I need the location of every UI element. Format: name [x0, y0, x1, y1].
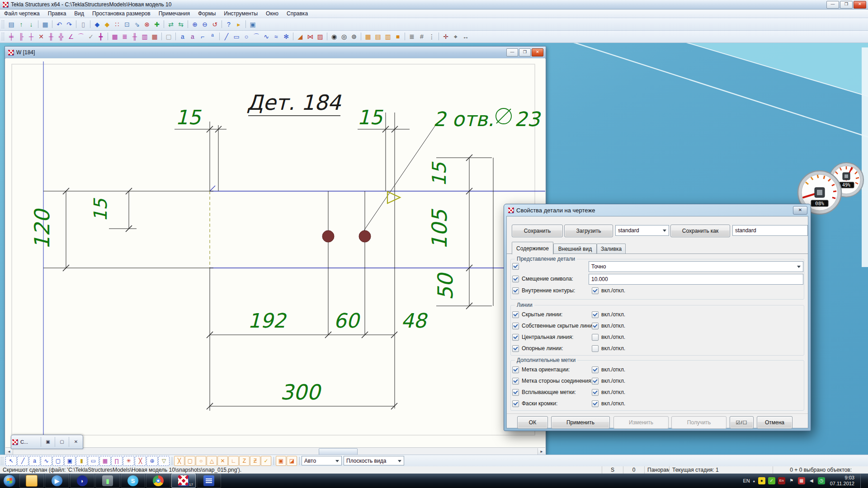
popup-marks-onoff-checkbox[interactable] [592, 389, 599, 396]
note-free-icon[interactable]: ª [208, 32, 217, 41]
draw-polyline-icon[interactable]: ∿ [261, 32, 271, 41]
pan-icon[interactable]: ⇘ [132, 19, 142, 29]
select-weld-icon[interactable]: ✳ [123, 456, 134, 466]
bolt-hole[interactable] [359, 230, 371, 242]
drawing-window-titlebar[interactable]: W [184] — ❐ ✕ [5, 47, 546, 59]
miniwin-close-button[interactable]: ✕ [69, 437, 83, 447]
orientation-mark-checkbox[interactable] [512, 366, 519, 373]
zoom-in-icon[interactable]: ⊕ [190, 19, 200, 29]
connection-side-mark-onoff-checkbox[interactable] [592, 378, 599, 385]
select-cursor-icon[interactable]: ↖ [5, 456, 17, 466]
drawing-close-button[interactable]: ✕ [532, 48, 543, 56]
open-model-icon[interactable]: ↑ [16, 19, 26, 29]
redo-icon[interactable]: ↷ [64, 19, 74, 29]
profile-combo[interactable]: standard [615, 225, 669, 236]
symbol-offset-checkbox[interactable] [512, 276, 519, 282]
hidden-lines-onoff-checkbox[interactable] [592, 311, 599, 318]
dim-chain-icon[interactable]: ╫ [46, 32, 56, 41]
fit-work-area-icon[interactable]: ⊡ [122, 19, 132, 29]
menu-shapes[interactable]: Формы [194, 10, 220, 17]
menu-annotations[interactable]: Примечания [155, 10, 194, 17]
select-line-icon[interactable]: ╱ [17, 456, 28, 466]
miniwin-restore-button[interactable]: ▣ [41, 437, 55, 447]
part-properties-icon[interactable]: ◆ [102, 19, 112, 29]
anchor-cross-icon[interactable]: ✛ [441, 32, 451, 41]
grid-dim-4-icon[interactable]: ▥ [140, 32, 150, 41]
drawing-hscrollbar[interactable]: ◄ ► [5, 447, 545, 455]
start-button[interactable] [0, 474, 19, 488]
undo-icon[interactable]: ↶ [54, 19, 64, 29]
bolt-hole[interactable] [322, 230, 334, 242]
select-filter-icon[interactable]: ▽ [158, 456, 170, 466]
load-button[interactable]: Загрузить [564, 225, 613, 237]
show-desktop-button[interactable] [860, 474, 866, 488]
create-view-icon[interactable]: ✚ [152, 19, 162, 29]
draw-cloud-icon[interactable]: ≈ [271, 32, 281, 41]
snap-intersection-icon[interactable]: ✕ [217, 456, 228, 466]
snap-endpoint-icon[interactable]: ▢ [185, 456, 195, 466]
dim-angle-icon[interactable]: ∠ [66, 32, 76, 41]
scheduler-icon[interactable]: ▦ [798, 477, 805, 484]
origin-icon[interactable]: ⊗ [142, 19, 152, 29]
zoom-out-icon[interactable]: ⊖ [200, 19, 210, 29]
note-leader-icon[interactable]: ⌐ [198, 32, 208, 41]
crosshair-icon[interactable]: ⌖ [451, 32, 461, 42]
miniwin-maximize-button[interactable]: ▢ [55, 437, 69, 447]
ortho-mode-icon[interactable]: ▣ [276, 456, 286, 466]
toolbar-grip[interactable] [1, 457, 3, 465]
hidden-lines-checkbox[interactable] [512, 311, 519, 318]
bat-utility-icon[interactable]: ● [758, 477, 765, 484]
snap-nearest-icon[interactable]: Ƶ [250, 456, 260, 466]
select-switch-icon[interactable]: ◆ [92, 19, 102, 29]
dim-horizontal-icon[interactable]: ╪ [6, 32, 16, 41]
menu-file[interactable]: Файл чертежа [0, 10, 44, 17]
maximize-button[interactable]: ❐ [840, 1, 853, 9]
draw-rect-icon[interactable]: ▭ [231, 32, 241, 41]
dim-delete-icon[interactable]: ✕ [36, 32, 46, 41]
fetch-icon[interactable]: ⇄ [166, 19, 176, 29]
select-area-icon[interactable]: ▢ [52, 456, 64, 466]
edge-chamfers-onoff-checkbox[interactable] [592, 400, 599, 407]
select-frame-icon[interactable]: ▭ [88, 456, 99, 466]
rail-3-icon[interactable]: ⋮ [427, 32, 437, 41]
select-text-icon[interactable]: a [29, 456, 40, 466]
snap-points-icon[interactable]: ╳ [174, 456, 184, 466]
drawing-canvas[interactable]: Дет. 184 15 15 2 отв. 23 120 15 15 105 5… [5, 58, 545, 447]
dim-arc-icon[interactable]: ⌒ [76, 32, 86, 42]
own-hidden-lines-onoff-checkbox[interactable] [592, 323, 599, 329]
drawing-restore-button[interactable]: ❐ [519, 48, 531, 56]
draw-line-icon[interactable]: ╱ [222, 32, 231, 41]
dim-check-icon[interactable]: ✓ [86, 32, 96, 41]
action-center-flag-icon[interactable]: ⚑ [788, 477, 795, 484]
menu-dimensioning[interactable]: Простановка размеров [88, 10, 155, 17]
reference-lines-checkbox[interactable] [512, 345, 519, 352]
volume-icon[interactable]: ◀ [808, 477, 815, 484]
toolbar-grip[interactable] [2, 20, 4, 28]
taskbar-clock[interactable]: 9:03 07.11.2012 [830, 475, 854, 487]
draw-circle-icon[interactable]: ○ [241, 32, 251, 41]
antivirus-ok-icon[interactable]: ✓ [768, 477, 775, 484]
table-add-icon[interactable]: ▤ [373, 32, 383, 41]
connection-side-mark-checkbox[interactable] [512, 378, 519, 385]
toggle-all-button[interactable]: ☑/☐ [730, 416, 754, 429]
tray-expand-icon[interactable]: ▴ [753, 479, 755, 483]
orientation-mark-onoff-checkbox[interactable] [592, 366, 599, 373]
tray-language[interactable]: EN [743, 478, 750, 483]
color-settings-icon[interactable]: ∷ [112, 19, 122, 29]
inner-contours-onoff-checkbox[interactable] [592, 287, 599, 294]
view-plane-combo[interactable]: Плоскость вида [344, 456, 404, 465]
rail-2-icon[interactable]: # [417, 32, 427, 41]
hole-exact-icon[interactable]: ◉ [329, 32, 339, 41]
menu-edit[interactable]: Правка [44, 10, 71, 17]
minimized-drawing-window[interactable]: C... ▣ ▢ ✕ [11, 435, 83, 449]
taskbar-seamonkey-button[interactable]: ◗ [70, 474, 94, 488]
hole-symbol-icon[interactable]: ◎ [339, 32, 349, 41]
snap-depth-combo[interactable]: Авто [302, 456, 342, 465]
center-line-onoff-checkbox[interactable] [592, 334, 599, 341]
template-1-icon[interactable]: ▥ [383, 32, 393, 41]
dialog-close-button[interactable]: ✕ [793, 206, 807, 215]
scrollbar-thumb[interactable] [319, 448, 358, 455]
time-sync-icon[interactable]: ◷ [818, 477, 825, 484]
get-button[interactable]: Получить [671, 416, 726, 429]
surface-mark-icon[interactable]: ▨ [315, 32, 325, 41]
